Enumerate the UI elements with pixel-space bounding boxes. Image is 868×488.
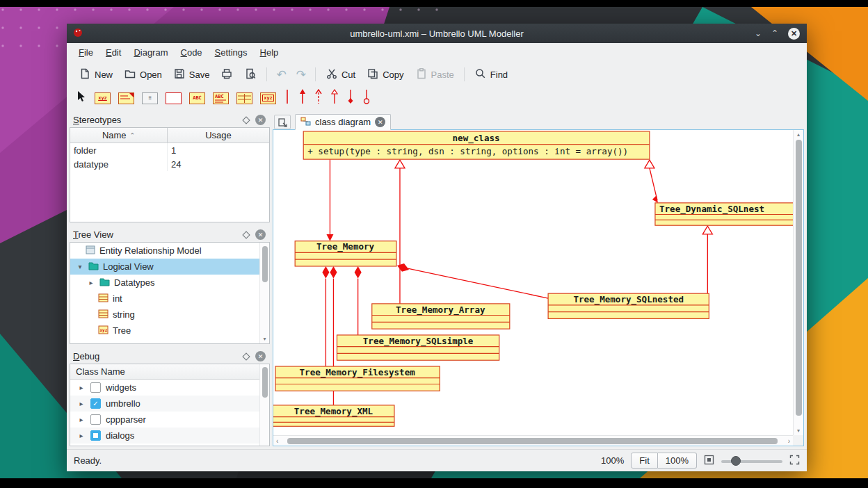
uml-class-tree-memory-sqlnested[interactable]: Tree_Memory_SQLnested bbox=[548, 293, 709, 318]
scroll-up-icon[interactable]: ▴ bbox=[794, 131, 803, 138]
edge-newclass-dynamic[interactable] bbox=[645, 160, 658, 203]
tree-item-int[interactable]: int bbox=[70, 291, 269, 307]
menu-code[interactable]: Code bbox=[175, 44, 209, 60]
scroll-right-icon[interactable]: › bbox=[788, 436, 790, 446]
find-button[interactable]: Find bbox=[469, 65, 513, 85]
zoom-100-button[interactable]: 100% bbox=[658, 453, 697, 469]
close-dock-icon[interactable]: ✕ bbox=[255, 115, 266, 125]
debug-scrollbar[interactable] bbox=[259, 364, 269, 446]
select-pointer-tool[interactable] bbox=[76, 90, 87, 106]
scroll-down-icon[interactable]: ▾ bbox=[260, 336, 269, 342]
chevron-right-icon[interactable]: ▸ bbox=[77, 432, 86, 439]
tree-item-tree[interactable]: xyz Tree bbox=[70, 323, 269, 339]
float-dock-icon[interactable] bbox=[242, 231, 250, 238]
cut-button[interactable]: Cut bbox=[321, 65, 360, 85]
edge-treememory-sqlnested[interactable] bbox=[397, 263, 548, 298]
table-row[interactable]: folder 1 bbox=[70, 143, 269, 157]
chevron-right-icon[interactable]: ▸ bbox=[77, 416, 86, 423]
vertical-scrollbar-thumb[interactable] bbox=[796, 140, 802, 416]
uml-class-tree-memory-filesystem[interactable]: Tree_Memory_Filesystem bbox=[275, 366, 440, 391]
table-row[interactable]: datatype 24 bbox=[70, 157, 269, 171]
tab-class-diagram[interactable]: class diagram ✕ bbox=[295, 114, 391, 130]
debug-item-dialogs[interactable]: ▸ dialogs bbox=[70, 428, 269, 444]
association-line-tool[interactable] bbox=[284, 89, 291, 107]
redo-button[interactable]: ↷ bbox=[292, 67, 310, 82]
fullscreen-icon[interactable] bbox=[789, 455, 800, 467]
tree-item-er-model[interactable]: Entity Relationship Model bbox=[70, 243, 269, 259]
close-dock-icon[interactable]: ✕ bbox=[255, 229, 266, 240]
composition-tool[interactable] bbox=[346, 89, 355, 107]
package-tool[interactable] bbox=[236, 92, 252, 104]
stereotypes-dock-header[interactable]: Stereotypes ✕ bbox=[70, 113, 270, 127]
generalization-tool[interactable] bbox=[330, 89, 339, 107]
minimize-button[interactable]: ⌄ bbox=[755, 29, 762, 38]
tree-item-logical-view[interactable]: ▾ Logical View bbox=[70, 259, 269, 275]
uml-class-tree-memory-xml[interactable]: Tree_Memory_XML bbox=[273, 405, 394, 426]
directed-association-tool[interactable] bbox=[298, 89, 307, 107]
fit-button[interactable]: Fit bbox=[631, 453, 657, 469]
aggregation-tool[interactable] bbox=[362, 89, 371, 107]
column-header-usage[interactable]: Usage bbox=[168, 128, 269, 143]
save-button[interactable]: Save bbox=[168, 65, 215, 85]
detach-tab-button[interactable] bbox=[274, 115, 291, 129]
debug-dock-header[interactable]: Debug ✕ bbox=[70, 349, 270, 364]
maximize-button[interactable]: ⌃ bbox=[771, 29, 778, 38]
close-dock-icon[interactable]: ✕ bbox=[255, 351, 266, 361]
edge-newclass-treememory[interactable] bbox=[326, 159, 333, 241]
chevron-right-icon[interactable]: ▸ bbox=[77, 384, 86, 391]
tree-view-dock-header[interactable]: Tree View ✕ bbox=[70, 227, 270, 242]
edge-treememory-filesystem[interactable] bbox=[322, 266, 329, 366]
debug-item-umbrello[interactable]: ▸ ✓ umbrello bbox=[70, 396, 269, 412]
menu-diagram[interactable]: Diagram bbox=[127, 44, 174, 60]
horizontal-scrollbar-thumb[interactable] bbox=[287, 438, 778, 444]
checkbox-checked[interactable]: ✓ bbox=[90, 398, 101, 409]
column-header-name[interactable]: Name ⌃ bbox=[70, 128, 168, 143]
box-tool[interactable] bbox=[166, 92, 182, 104]
entity-tool[interactable]: xyz bbox=[260, 92, 276, 104]
checkbox-partial[interactable] bbox=[90, 430, 101, 441]
uml-class-new-class[interactable]: new_class + setup(type : string, dsn : s… bbox=[303, 131, 650, 159]
horizontal-scrollbar[interactable]: ‹ › bbox=[273, 435, 793, 446]
interface-tool[interactable]: ABC bbox=[189, 92, 205, 104]
vertical-scrollbar[interactable]: ▴ ▾ bbox=[793, 130, 803, 435]
zoom-slider[interactable] bbox=[721, 455, 782, 466]
chevron-down-icon[interactable]: ▾ bbox=[76, 263, 84, 270]
new-button[interactable]: New bbox=[74, 65, 118, 85]
tree-view-scrollbar[interactable]: ▾ bbox=[259, 243, 269, 343]
uml-class-tree-memory[interactable]: Tree_Memory bbox=[295, 241, 396, 266]
scroll-left-icon[interactable]: ‹ bbox=[276, 436, 278, 446]
undo-button[interactable]: ↶ bbox=[272, 67, 290, 82]
class-tool[interactable]: xyz bbox=[95, 92, 111, 104]
print-button[interactable] bbox=[216, 65, 238, 85]
edge-array-newclass[interactable] bbox=[395, 160, 405, 304]
edge-sqlnested-dynamic[interactable] bbox=[702, 226, 712, 293]
menu-file[interactable]: File bbox=[72, 44, 99, 60]
paste-button[interactable]: Paste bbox=[410, 65, 459, 85]
diagram-canvas[interactable]: new_class + setup(type : string, dsn : s… bbox=[273, 130, 793, 435]
copy-button[interactable]: Copy bbox=[362, 65, 408, 85]
titlebar[interactable]: umbrello-uml.xmi – Umbrello UML Modeller… bbox=[67, 24, 807, 43]
menu-settings[interactable]: Settings bbox=[209, 44, 254, 60]
debug-item-widgets[interactable]: ▸ widgets bbox=[70, 380, 269, 396]
close-tab-icon[interactable]: ✕ bbox=[375, 117, 385, 127]
uml-class-tree-memory-array[interactable]: Tree_Memory_Array bbox=[372, 304, 510, 329]
tree-item-datatypes[interactable]: ▸ Datatypes bbox=[70, 275, 269, 291]
float-dock-icon[interactable] bbox=[242, 352, 250, 360]
chevron-right-icon[interactable]: ▸ bbox=[87, 279, 95, 286]
debug-item-cppparser[interactable]: ▸ cppparser bbox=[70, 412, 269, 428]
checkbox-unchecked[interactable] bbox=[90, 382, 101, 393]
float-dock-icon[interactable] bbox=[242, 116, 250, 124]
close-button[interactable]: ✕ bbox=[788, 28, 800, 40]
checkbox-unchecked[interactable] bbox=[90, 414, 101, 425]
datatype-tool[interactable]: ABC bbox=[213, 92, 229, 104]
chevron-right-icon[interactable]: ▸ bbox=[77, 400, 86, 407]
text-lines-tool[interactable]: ≡ bbox=[142, 92, 158, 104]
tree-item-string[interactable]: string bbox=[70, 307, 269, 323]
edge-treememory-sqlsimple[interactable] bbox=[355, 266, 362, 335]
dependency-tool[interactable] bbox=[314, 89, 323, 107]
fit-page-icon[interactable] bbox=[704, 455, 714, 467]
scroll-down-icon[interactable]: ▾ bbox=[794, 428, 803, 434]
uml-class-tree-dynamic-sqlnested[interactable]: Tree_Dynamic_SQLnest bbox=[655, 203, 793, 225]
open-button[interactable]: Open bbox=[119, 65, 167, 85]
menu-edit[interactable]: Edit bbox=[99, 44, 127, 60]
